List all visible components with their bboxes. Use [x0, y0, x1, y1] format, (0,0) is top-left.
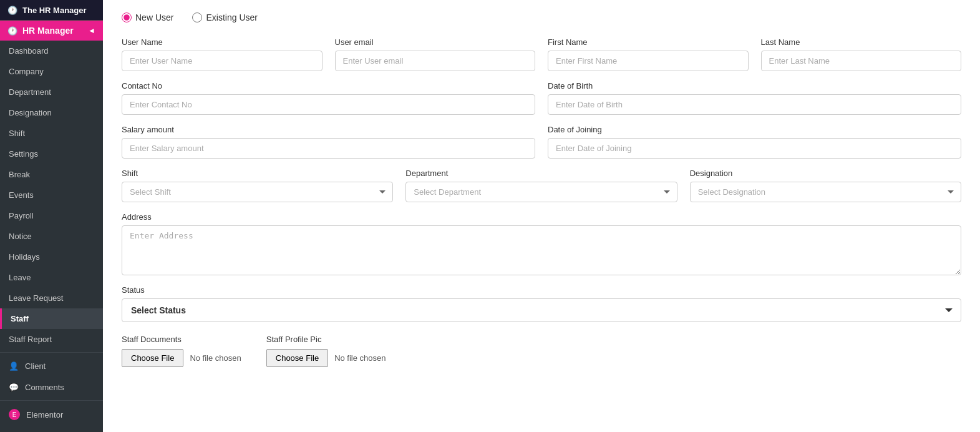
events-label: Events [9, 190, 34, 200]
form-row-3: Salary amount Date of Joining [122, 125, 961, 159]
designation-group: Designation Select Designation [690, 169, 961, 202]
chevron-left-icon: ◄ [88, 26, 95, 35]
new-user-radio[interactable] [122, 12, 132, 22]
existing-user-radio-text: Existing User [206, 12, 257, 22]
username-group: User Name [122, 37, 323, 71]
staff-label: Staff [11, 314, 29, 323]
status-label: Status [122, 285, 961, 295]
client-label: Client [25, 361, 46, 371]
designation-label: Designation [690, 169, 961, 178]
sidebar-item-client[interactable]: 👤 Client [0, 355, 103, 376]
designation-select[interactable]: Select Designation [690, 182, 961, 202]
existing-user-radio-label[interactable]: Existing User [192, 12, 257, 22]
lastname-group: Last Name [761, 37, 962, 71]
status-select[interactable]: Select Status [122, 298, 961, 322]
sidebar-item-dashboard[interactable]: Dashboard [0, 41, 103, 61]
elementor-icon: E [9, 409, 20, 420]
app-title: The HR Manager [22, 6, 87, 15]
staff-pic-label: Staff Profile Pic [266, 335, 386, 344]
client-icon: 👤 [9, 361, 19, 371]
department-label: Department [405, 169, 677, 178]
lastname-input[interactable] [761, 51, 962, 71]
staff-pic-group: Staff Profile Pic Choose File No file ch… [266, 335, 386, 367]
address-label: Address [122, 212, 961, 222]
contactno-group: Contact No [122, 81, 535, 115]
shift-select[interactable]: Select Shift [122, 182, 393, 202]
sidebar-item-leave-request[interactable]: Leave Request [0, 288, 103, 308]
form-row-1: User Name User email First Name Last Nam… [122, 37, 961, 71]
form-row-4: Shift Select Shift Department Select Dep… [122, 169, 961, 202]
contactno-input[interactable] [122, 94, 535, 115]
sidebar-item-events[interactable]: Events [0, 185, 103, 205]
shift-label: Shift [122, 169, 393, 178]
doj-group: Date of Joining [548, 125, 961, 159]
file-section: Staff Documents Choose File No file chos… [122, 335, 961, 367]
sidebar-item-company[interactable]: Company [0, 61, 103, 82]
break-label: Break [9, 170, 30, 179]
sidebar-item-staff-report[interactable]: Staff Report [0, 329, 103, 350]
firstname-input[interactable] [548, 51, 749, 71]
user-type-radio-group: New User Existing User [122, 12, 961, 22]
address-textarea[interactable] [122, 225, 961, 275]
department-group: Department Select Department [405, 169, 677, 202]
hr-icon: 🕐 [7, 26, 17, 36]
form-row-2: Contact No Date of Birth [122, 81, 961, 115]
dob-input[interactable] [548, 94, 961, 115]
staff-report-label: Staff Report [9, 335, 52, 344]
new-user-radio-label[interactable]: New User [122, 12, 173, 22]
lastname-label: Last Name [761, 37, 962, 47]
doj-input[interactable] [548, 138, 961, 159]
sidebar-item-break[interactable]: Break [0, 164, 103, 185]
sidebar-item-settings[interactable]: Settings [0, 144, 103, 164]
notice-label: Notice [9, 232, 32, 241]
sidebar-app-header: 🕐 The HR Manager [0, 0, 103, 21]
holidays-label: Holidays [9, 252, 40, 262]
staff-docs-choose-button[interactable]: Choose File [122, 349, 183, 367]
address-group: Address [122, 212, 961, 275]
useremail-group: User email [335, 37, 536, 71]
useremail-label: User email [335, 37, 536, 47]
new-user-radio-text: New User [135, 12, 173, 22]
contactno-label: Contact No [122, 81, 535, 91]
sidebar-item-comments[interactable]: 💬 Comments [0, 376, 103, 398]
dob-label: Date of Birth [548, 81, 961, 91]
comments-label: Comments [25, 383, 64, 392]
staff-docs-input-wrapper: Choose File No file chosen [122, 349, 241, 367]
department-select[interactable]: Select Department [405, 182, 677, 202]
department-label: Department [9, 87, 51, 97]
designation-label: Designation [9, 108, 52, 117]
staff-pic-input-wrapper: Choose File No file chosen [266, 349, 386, 367]
salary-group: Salary amount [122, 125, 535, 159]
payroll-label: Payroll [9, 211, 34, 220]
sidebar-item-notice[interactable]: Notice [0, 226, 103, 247]
useremail-input[interactable] [335, 51, 536, 71]
staff-docs-label: Staff Documents [122, 335, 241, 344]
clock-icon: 🕐 [7, 5, 17, 15]
firstname-label: First Name [548, 37, 749, 47]
sidebar-item-designation[interactable]: Designation [0, 102, 103, 123]
sidebar-item-holidays[interactable]: Holidays [0, 247, 103, 267]
sidebar-item-shift[interactable]: Shift [0, 123, 103, 144]
staff-pic-choose-button[interactable]: Choose File [266, 349, 328, 367]
staff-docs-filename: No file chosen [190, 353, 241, 363]
sidebar-item-staff[interactable]: Staff [0, 308, 103, 329]
sidebar: 🕐 The HR Manager 🕐 HR Manager ◄ Dashboar… [0, 0, 103, 432]
salary-input[interactable] [122, 138, 535, 159]
comments-icon: 💬 [9, 382, 19, 392]
sidebar-item-elementor[interactable]: E Elementor [0, 403, 103, 426]
leave-request-label: Leave Request [9, 293, 63, 303]
sidebar-item-templates[interactable]: 📄 Templates [0, 426, 103, 432]
company-label: Company [9, 67, 44, 76]
username-input[interactable] [122, 51, 323, 71]
dob-group: Date of Birth [548, 81, 961, 115]
existing-user-radio[interactable] [192, 12, 202, 22]
username-label: User Name [122, 37, 323, 47]
salary-label: Salary amount [122, 125, 535, 134]
main-content: New User Existing User User Name User em… [103, 0, 980, 432]
sidebar-item-payroll[interactable]: Payroll [0, 205, 103, 226]
settings-label: Settings [9, 149, 38, 159]
sidebar-item-department[interactable]: Department [0, 82, 103, 102]
sidebar-section-hr-manager[interactable]: 🕐 HR Manager ◄ [0, 21, 103, 41]
leave-label: Leave [9, 273, 31, 282]
sidebar-item-leave[interactable]: Leave [0, 267, 103, 288]
